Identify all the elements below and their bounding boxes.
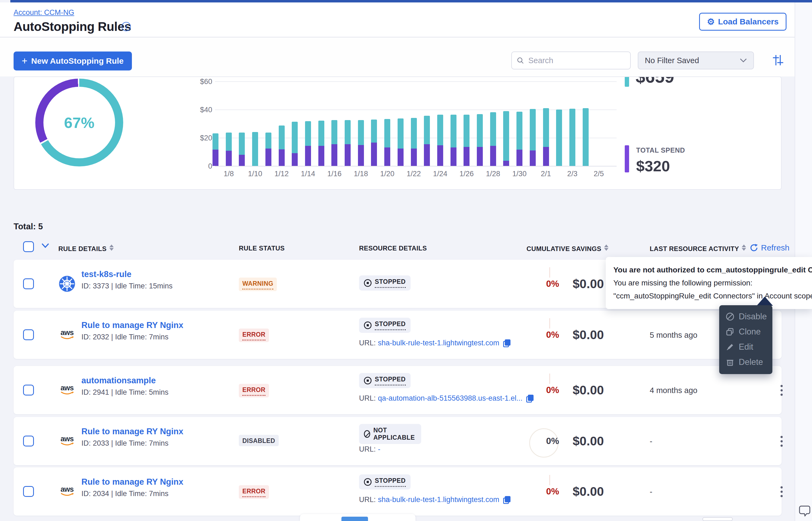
x-axis-tick: 1/20 [375, 170, 400, 178]
saved-filter-select[interactable]: No Filter Saved [638, 51, 754, 69]
bar-spend [345, 144, 351, 166]
row-checkbox[interactable] [23, 330, 34, 340]
col-last-resource-activity[interactable]: LAST RESOURCE ACTIVITY [650, 245, 746, 253]
resource-state-pill[interactable]: STOPPED [359, 373, 411, 388]
resource-url-link[interactable]: sha-bulk-rule-test-1.lightwingtest.com [378, 339, 499, 347]
resource-url-link[interactable]: qa-automation-alb-515563988.us-east-1.el… [378, 394, 523, 403]
resource-state-pill[interactable]: STOPPED [359, 474, 411, 490]
savings-amount: $0.00 [573, 276, 604, 291]
rule-meta: ID: 3373 | Idle Time: 15mins [81, 282, 173, 290]
table-header: RULE DETAILS RULE STATUS RESOURCE DETAIL… [14, 241, 782, 257]
table-row[interactable]: aws automationsample ID: 2941 | Idle Tim… [14, 366, 782, 414]
savings-percent: 0% [529, 330, 559, 340]
page-header: Account: CCM-NG AutoStopping Rules i ⚙ L… [0, 2, 795, 38]
new-autostopping-rule-button[interactable]: + New AutoStopping Rule [14, 51, 132, 70]
copy-icon[interactable] [526, 395, 533, 402]
bar-spend [226, 151, 232, 166]
gear-icon: ⚙ [707, 17, 715, 26]
rule-name-link[interactable]: automationsample [81, 376, 156, 385]
rule-name-link[interactable]: Rule to manage RY Nginx [81, 320, 184, 330]
bar-savings [213, 133, 218, 150]
menu-item-delete[interactable]: Delete [719, 355, 772, 370]
stopped-icon [364, 478, 371, 486]
rows-per-page-button[interactable] [702, 517, 733, 521]
row-checkbox[interactable] [23, 436, 34, 447]
rule-name-link[interactable]: test-k8s-rule [81, 269, 131, 279]
bar-savings [398, 118, 404, 149]
bulk-actions-chevron-icon[interactable] [41, 243, 49, 249]
search-input[interactable] [528, 56, 625, 65]
url-line: URL:sha-bulk-rule-test-1.lightwingtest.c… [359, 339, 510, 347]
row-actions-menu-button[interactable] [775, 483, 788, 500]
resource-url-link[interactable]: - [378, 445, 381, 453]
rule-status-badge[interactable]: ERROR [239, 329, 269, 342]
bar-spend [543, 147, 549, 166]
resource-state-pill[interactable]: STOPPED [359, 318, 411, 333]
search-icon [517, 56, 524, 65]
copy-icon[interactable] [503, 496, 510, 504]
x-axis-tick: 1/16 [322, 170, 346, 178]
bar-savings [516, 112, 522, 150]
load-balancers-button[interactable]: ⚙ Load Balancers [699, 13, 787, 31]
col-rule-details[interactable]: RULE DETAILS [58, 245, 114, 253]
row-actions-menu-button[interactable] [775, 382, 788, 399]
savings-amount: $0.00 [573, 327, 604, 342]
search-input-wrapper [511, 51, 631, 69]
rule-meta: ID: 2034 | Idle Time: 7mins [81, 490, 169, 498]
bar-spend [279, 149, 285, 166]
spend-savings-bar-chart: 0$20$40$601/81/101/121/141/161/181/201/2… [201, 77, 617, 190]
menu-item-disable[interactable]: Disable [719, 309, 772, 324]
row-context-menu: Disable Clone Edit Delete [719, 305, 772, 374]
bar-spend [503, 161, 509, 166]
bar-savings [226, 133, 232, 151]
rule-meta: ID: 2032 | Idle Time: 7mins [81, 333, 169, 341]
x-axis-tick: 2/1 [534, 170, 558, 178]
row-checkbox[interactable] [23, 385, 34, 395]
row-checkbox[interactable] [23, 278, 34, 289]
pagination-current-page[interactable] [341, 517, 368, 521]
table-row[interactable]: aws Rule to manage RY Nginx ID: 2034 | I… [14, 467, 782, 516]
rule-status-badge[interactable]: ERROR [239, 485, 269, 499]
bar-spend [332, 144, 337, 166]
copy-icon[interactable] [503, 339, 510, 347]
total-spend-label: TOTAL SPEND [636, 146, 685, 154]
account-breadcrumb[interactable]: Account: CCM-NG [14, 8, 74, 17]
bar-savings [239, 133, 245, 155]
bar-spend [411, 149, 417, 166]
menu-item-clone[interactable]: Clone [719, 324, 772, 339]
rule-status-badge[interactable]: WARNING [239, 277, 277, 291]
rule-name-link[interactable]: Rule to manage RY Nginx [81, 477, 184, 487]
rule-name-link[interactable]: Rule to manage RY Nginx [81, 427, 184, 436]
bar-spend [384, 148, 390, 166]
rule-status-badge[interactable]: ERROR [239, 384, 269, 398]
col-cumulative-savings[interactable]: CUMULATIVE SAVINGS [527, 245, 608, 253]
table-row[interactable]: aws Rule to manage RY Nginx ID: 2032 | I… [14, 311, 782, 359]
bar-savings [332, 120, 337, 144]
total-count-label: Total: 5 [14, 222, 43, 231]
savings-progress-tick [549, 475, 550, 485]
bar-savings [464, 115, 470, 147]
pagination-bar[interactable] [300, 514, 415, 521]
info-icon[interactable]: i [122, 22, 131, 31]
y-axis-tick: $20 [188, 134, 212, 142]
sort-icon [604, 245, 608, 251]
x-axis-tick: 1/26 [454, 170, 479, 178]
bar-savings [292, 122, 298, 153]
help-chat-button[interactable] [797, 504, 810, 517]
table-row[interactable]: aws Rule to manage RY Nginx ID: 2033 | I… [14, 417, 782, 465]
bar-savings [477, 114, 483, 147]
select-all-checkbox[interactable] [23, 241, 34, 252]
x-axis-tick: 2/5 [586, 170, 611, 178]
filter-panel-button[interactable] [770, 54, 784, 67]
refresh-button[interactable]: Refresh [748, 243, 791, 253]
summary-card: 67% 0$20$40$601/81/101/121/141/161/181/2… [14, 76, 782, 190]
menu-item-edit[interactable]: Edit [719, 339, 772, 355]
x-axis-tick: 1/28 [481, 170, 505, 178]
resource-url-link[interactable]: sha-bulk-rule-test-1.lightwingtest.com [378, 496, 499, 504]
row-checkbox[interactable] [23, 486, 34, 497]
savings-donut-chart: 67% [35, 78, 123, 166]
resource-state-pill[interactable]: STOPPED [359, 275, 411, 291]
bar-spend [318, 146, 324, 166]
row-actions-menu-button[interactable] [775, 433, 788, 450]
bar-savings [371, 119, 377, 142]
